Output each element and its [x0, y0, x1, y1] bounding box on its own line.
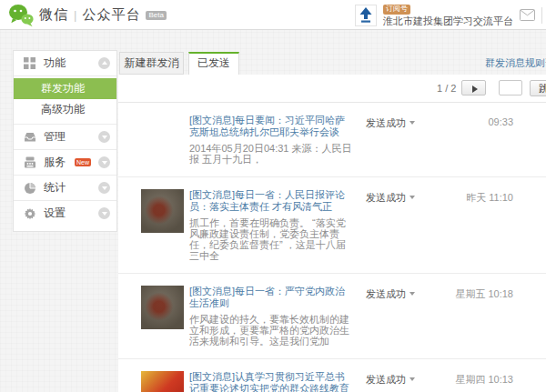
message-row: [图文消息]每日要闻：习近平同哈萨克斯坦总统纳扎尔巴耶夫举行会谈 2014年05… — [118, 103, 546, 176]
collapse-toggle-icon[interactable] — [98, 57, 110, 69]
sidebar-item-mass-send[interactable]: 群发功能 — [14, 78, 116, 99]
message-title[interactable]: [图文消息]每日一省：人民日报评论员：落实主体责任 才有风清气正 — [189, 189, 355, 213]
sidebar-item-advanced[interactable]: 高级功能 — [14, 99, 116, 120]
message-thumbnail[interactable] — [141, 371, 184, 392]
message-title[interactable]: [图文消息]每日要闻：习近平同哈萨克斯坦总统纳扎尔巴耶夫举行会谈 — [189, 115, 355, 138]
message-row: [图文消息]认真学习贯彻习近平总书记重要论述切实把党的群众路线教育实践活动开展好… — [118, 358, 546, 392]
send-status-label: 发送成功 — [366, 374, 406, 385]
collapse-toggle-icon[interactable] — [98, 182, 110, 194]
sidebar-item-stats[interactable]: 统计 — [14, 176, 116, 200]
sidebar: 功能 群发功能 高级功能 管理 — [13, 50, 117, 232]
next-page-button[interactable] — [461, 80, 486, 95]
message-time: 09:33 — [437, 116, 513, 127]
sidebar-item-label: 服务 — [44, 155, 66, 170]
sidebar-item-label: 设置 — [44, 206, 66, 221]
send-status-dropdown[interactable]: 发送成功 — [366, 116, 415, 130]
collapse-toggle-icon[interactable] — [98, 156, 110, 168]
chevron-down-icon — [410, 292, 415, 296]
pagination: 1 / 2 跳转 — [118, 75, 546, 102]
message-time: 星期五 10:18 — [437, 287, 513, 301]
header-separator — [541, 7, 542, 24]
wechat-logo-icon — [8, 4, 34, 27]
message-body: [图文消息]每日一省：人民日报评论员：落实主体责任 才有风清气正 抓工作，首要在… — [189, 189, 355, 261]
chevron-down-icon — [410, 196, 415, 199]
sent-message-list: [图文消息]每日要闻：习近平同哈萨克斯坦总统纳扎尔巴耶夫举行会谈 2014年05… — [118, 102, 546, 392]
inbox-icon — [24, 131, 36, 144]
page-jump-button[interactable]: 跳转 — [530, 80, 546, 96]
tab-new-mass-message[interactable]: 新建群发消息 — [119, 52, 184, 75]
new-badge: New — [75, 158, 91, 166]
message-thumbnail[interactable] — [141, 189, 184, 233]
message-row: [图文消息]每日一省：人民日报评论员：落实主体责任 才有风清气正 抓工作，首要在… — [118, 176, 546, 273]
header-brand: 微信 | 公众平台 Beta — [8, 0, 167, 30]
message-summary: 作风建设的持久，要靠长效机制的建立和形成，更要靠严格的党内政治生活来规制和引导。… — [189, 314, 355, 347]
message-summary: 抓工作，首要在明确负责。 “落实党风廉政建设责任制，党委负主体责任，纪委负监督责… — [189, 217, 355, 261]
message-title[interactable]: [图文消息]每日一省：严守党内政治生活准则 — [189, 286, 355, 309]
account-type-badge: 订阅号 — [383, 5, 410, 15]
header: 微信 | 公众平台 Beta 订阅号 淮北市建投集团学习交流平台 — [0, 0, 546, 30]
sidebar-item-label: 统计 — [44, 180, 66, 196]
brand-subtitle: 公众平台 — [82, 6, 140, 24]
send-status-label: 发送成功 — [366, 192, 406, 203]
message-row: [图文消息]每日一省：严守党内政治生活准则 作风建设的持久，要靠长效机制的建立和… — [118, 273, 546, 358]
header-account-area: 订阅号 淮北市建投集团学习交流平台 — [355, 0, 542, 30]
page-jump-input[interactable] — [499, 80, 522, 95]
brand-divider: | — [74, 8, 76, 22]
message-title[interactable]: [图文消息]认真学习贯彻习近平总书记重要论述切实把党的群众路线教育实践活动开展好 — [189, 371, 355, 392]
sidebar-item-label: 管理 — [44, 129, 66, 145]
send-status-dropdown[interactable]: 发送成功 — [366, 287, 415, 301]
send-status-dropdown[interactable]: 发送成功 — [366, 191, 415, 205]
page-indicator: 1 / 2 — [437, 83, 456, 94]
pie-chart-icon — [24, 182, 36, 195]
sidebar-item-settings[interactable]: 设置 — [14, 201, 116, 226]
account-info: 订阅号 淮北市建投集团学习交流平台 — [383, 5, 513, 26]
account-name: 淮北市建投集团学习交流平台 — [383, 16, 513, 26]
account-avatar[interactable] — [355, 5, 377, 26]
beta-badge: Beta — [146, 11, 166, 20]
gear-icon — [24, 207, 36, 220]
sidebar-item-functions[interactable]: 功能 — [14, 51, 116, 75]
brand-title: 微信 — [39, 6, 68, 24]
message-time: 星期四 10:13 — [437, 373, 513, 387]
grid-icon — [24, 57, 36, 70]
sent-messages-panel: 1 / 2 跳转 [图文消息]每日要闻：习近平同哈萨克斯坦总统纳扎尔巴耶夫举行会… — [118, 75, 546, 392]
message-summary: 2014年05月20日04:31 来源：人民日报 五月十九日， — [189, 143, 355, 165]
tab-bar: 新建群发消息 已发送 群发消息规则说明 — [118, 52, 546, 75]
message-body: [图文消息]每日一省：严守党内政治生活准则 作风建设的持久，要靠长效机制的建立和… — [189, 286, 355, 347]
send-status-label: 发送成功 — [366, 117, 406, 128]
chevron-down-icon — [410, 121, 415, 125]
wechat-mp-admin-page: 微信 | 公众平台 Beta 订阅号 淮北市建投集团学习交流平台 — [0, 0, 546, 392]
sidebar-submenu-functions: 群发功能 高级功能 — [14, 76, 116, 124]
message-body: [图文消息]认真学习贯彻习近平总书记重要论述切实把党的群众路线教育实践活动开展好… — [189, 371, 355, 392]
message-body: [图文消息]每日要闻：习近平同哈萨克斯坦总统纳扎尔巴耶夫举行会谈 2014年05… — [189, 115, 355, 165]
sidebar-item-service[interactable]: 服务 New — [14, 150, 116, 175]
sidebar-item-label: 功能 — [44, 55, 66, 71]
collapse-toggle-icon[interactable] — [98, 131, 110, 143]
envelope-icon[interactable] — [520, 9, 535, 21]
service-icon — [24, 156, 36, 169]
collapse-toggle-icon[interactable] — [98, 207, 110, 219]
chevron-down-icon — [410, 377, 415, 381]
send-status-label: 发送成功 — [366, 288, 406, 299]
tab-sent[interactable]: 已发送 — [188, 52, 239, 75]
message-thumbnail[interactable] — [141, 286, 184, 329]
message-time: 昨天 11:10 — [437, 191, 513, 205]
send-status-dropdown[interactable]: 发送成功 — [366, 373, 415, 387]
mass-message-rules-link[interactable]: 群发消息规则说明 — [485, 56, 546, 70]
sidebar-item-manage[interactable]: 管理 — [14, 125, 116, 149]
